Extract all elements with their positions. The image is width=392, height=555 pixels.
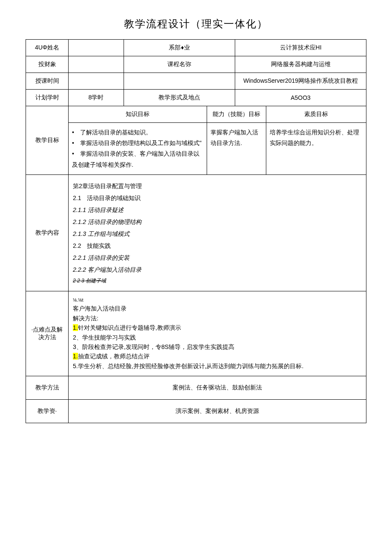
- content-line: 2.2 技能实践: [73, 240, 362, 252]
- difficulties-line: 3、阶段检查并记录,发现问时，专8S辅导，启发学生实践提高: [73, 342, 362, 352]
- difficulties-line: 5.学生分析、总结经脸,并按照经脸修改并创新设计,从而达到能力训练与能力拓展的目…: [73, 361, 362, 371]
- content-line: 2 2 3 创建子域: [73, 276, 362, 286]
- textbook-value: WindowsServer2019网络操作系统攻目教程: [235, 73, 366, 90]
- target-label: 投财象: [26, 56, 69, 73]
- highlight-text: 1.: [73, 324, 78, 331]
- page-title: 教学流程设计（理实一体化）: [26, 17, 366, 31]
- format-label: 教学形式及地点: [124, 90, 235, 106]
- content-line: 第2章活动目录配置与管理: [73, 180, 362, 192]
- table-row: 投财象 课程名弥 网络服务器构建与运维: [26, 56, 366, 73]
- skill-goal-header: 能力（技能）目标: [207, 106, 266, 123]
- resources-value: 演示案例、案例素材、机房资源: [69, 400, 366, 423]
- content-line: 2.2.1 活动目录的安装: [73, 252, 362, 264]
- table-row: 计划学时 8学时 教学形式及地点 A5OO3: [26, 90, 366, 106]
- table-row: 教学方法 案例法、任务驱动法、鼓励创新法: [26, 376, 366, 400]
- goals-label: 教学目标: [26, 106, 69, 175]
- difficulties-line: 1.抽查记成绒，教师总结点评: [73, 352, 362, 361]
- content-line: 2.2.2 客户端加入活动目录: [73, 264, 362, 276]
- difficulties-body: ⅛.⅛t 客户海加入活动目录 解决方法: 1.针对关键知识点进行专题辅导,教师演…: [69, 291, 366, 376]
- table-row: • 了解活动目录的基础知识。 • 掌握活动目录的勃理结构以及工作如与域模式" •…: [26, 123, 366, 175]
- format-value: A5OO3: [235, 90, 366, 106]
- course-name-label: 课程名弥: [124, 56, 235, 73]
- highlight-text: 1.: [73, 353, 78, 360]
- method-value: 案例法、任务驱动法、鼓励创新法: [69, 376, 366, 400]
- department-label: 系部♦业: [124, 40, 235, 56]
- content-body: 第2章活动目录配置与管理 2.1 活动目录的域础知识 2.1.1 活动目录疑述 …: [69, 174, 366, 291]
- difficulties-label: ·点难点及解决方法: [26, 291, 69, 376]
- teacher-name-label: 4UΦ姓名: [26, 40, 69, 56]
- skill-goal-content: 掌握客户端加入活动目录方法.: [207, 123, 266, 175]
- table-row: 4UΦ姓名 系部♦业 云计算技术应HI: [26, 40, 366, 56]
- table-row: 教学资· 演示案例、案例素材、机房资源: [26, 400, 366, 423]
- department-value: 云计算技术应HI: [235, 40, 366, 56]
- content-line: 2.1.1 活动目录疑述: [73, 204, 362, 216]
- target-value: [69, 56, 124, 73]
- knowledge-goal-content: • 了解活动目录的基础知识。 • 掌握活动目录的勃理结构以及工作如与域模式" •…: [69, 123, 207, 175]
- hours-value: 8学时: [69, 90, 124, 106]
- difficulties-line: 1.针对关键知识点进行专题辅导,教师演示: [73, 323, 362, 332]
- difficulties-line: ⅛.⅛t: [73, 296, 362, 304]
- course-name-value: 网络服务器构建与运维: [235, 56, 366, 73]
- content-line: 2.1.2 活动目录的物理结构: [73, 216, 362, 228]
- time-label: 授课时间: [26, 73, 69, 90]
- difficulties-line: 客户海加入活动目录: [73, 304, 362, 313]
- table-row: 授课时间 WindowsServer2019网络操作系统攻目教程: [26, 73, 366, 90]
- quality-goal-header: 素质目标: [266, 106, 366, 123]
- difficulties-line: 解决方法:: [73, 314, 362, 323]
- content-line: 2.1.3 工作组与域模式: [73, 228, 362, 240]
- time-value: [69, 73, 124, 90]
- knowledge-goal-header: 知识目标: [69, 106, 207, 123]
- resources-label: 教学资·: [26, 400, 69, 423]
- content-label: 教学内容: [26, 174, 69, 291]
- table-row: ·点难点及解决方法 ⅛.⅛t 客户海加入活动目录 解决方法: 1.针对关键知识点…: [26, 291, 366, 376]
- content-line: 2.1 活动目录的域础知识: [73, 192, 362, 204]
- table-row: 教学内容 第2章活动目录配置与管理 2.1 活动目录的域础知识 2.1.1 活动…: [26, 174, 366, 291]
- table-row: 教学目标 知识目标 能力（技能）目标 素质目标: [26, 106, 366, 123]
- difficulties-line: 2、学生技能学习与实践: [73, 333, 362, 342]
- teacher-name-value: [69, 40, 124, 56]
- lesson-plan-table: 4UΦ姓名 系部♦业 云计算技术应HI 投财象 课程名弥 网络服务器构建与运维 …: [26, 39, 366, 423]
- textbook-label: [124, 73, 235, 90]
- quality-goal-content: 培养学生综合运用知识分析、处理实际问题的能力。: [266, 123, 366, 175]
- hours-label: 计划学时: [26, 90, 69, 106]
- method-label: 教学方法: [26, 376, 69, 400]
